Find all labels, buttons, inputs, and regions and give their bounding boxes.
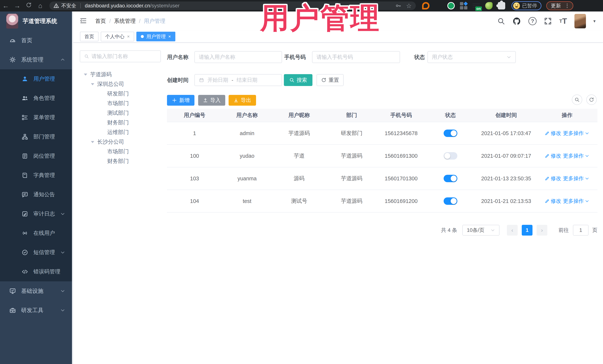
browser-profile-chip[interactable]: 已暂停 (511, 1, 541, 10)
back-icon[interactable]: ← (0, 2, 12, 10)
sidebar-item-role-mgmt[interactable]: 角色管理 (0, 88, 73, 108)
chevron-down-icon (60, 250, 65, 255)
extension-leaf-icon[interactable] (485, 2, 493, 10)
close-icon[interactable]: × (127, 34, 130, 39)
page-size-select[interactable]: 10条/页 (462, 225, 499, 236)
status-toggle[interactable] (444, 175, 457, 182)
tree-node-dept[interactable]: 运维部门 (80, 128, 162, 137)
sidebar-item-dept-mgmt[interactable]: 部门管理 (0, 127, 73, 146)
add-button[interactable]: 新增 (167, 95, 195, 106)
caret-down-icon[interactable] (84, 74, 87, 77)
sidebar-item-home[interactable]: 首页 (0, 31, 73, 50)
import-button[interactable]: 导入 (198, 95, 225, 106)
edit-link[interactable]: 修改 (545, 175, 561, 182)
tab-home[interactable]: 首页 (80, 32, 99, 41)
tree-node-dept[interactable]: 财务部门 (80, 118, 162, 128)
hamburger-icon[interactable] (79, 17, 87, 25)
reload-icon[interactable] (23, 2, 35, 10)
avatar[interactable] (574, 14, 586, 28)
update-label: 更新 (551, 2, 561, 9)
sidebar-item-online-users[interactable]: 在线用户 (0, 223, 73, 243)
tags-view-bar: 首页 个人中心× 用户管理× (73, 31, 603, 43)
sidebar-logo[interactable]: 芋道管理系统 (0, 11, 73, 31)
sidebar-item-user-mgmt[interactable]: 用户管理 (0, 69, 73, 88)
extension-green-icon[interactable] (447, 2, 455, 10)
more-actions-link[interactable]: 更多操作 (563, 152, 589, 159)
extension-grid-icon[interactable] (460, 2, 467, 10)
edit-link[interactable]: 修改 (545, 152, 561, 159)
refresh-table-button[interactable] (586, 95, 597, 105)
mobile-input[interactable] (316, 54, 395, 60)
breadcrumb-system[interactable]: 系统管理 (114, 17, 136, 25)
browser-menu-icon[interactable]: ⋮ (565, 4, 570, 7)
username-input[interactable] (199, 54, 278, 60)
dashboard-icon (9, 37, 16, 44)
reset-button[interactable]: 重置 (316, 74, 344, 86)
security-chip[interactable]: 不安全 (53, 2, 76, 9)
edit-link[interactable]: 修改 (545, 130, 561, 137)
search-icon (84, 54, 89, 59)
extension-ublock-icon[interactable] (422, 2, 429, 10)
more-actions-link[interactable]: 更多操作 (563, 175, 589, 182)
edit-link[interactable]: 修改 (545, 198, 561, 205)
tree-node-root[interactable]: 芋道源码 (80, 70, 162, 79)
font-size-icon[interactable]: TT (559, 17, 567, 26)
page-1-button[interactable]: 1 (522, 225, 533, 236)
prev-page-button[interactable]: ‹ (507, 225, 518, 236)
caret-down-icon[interactable] (91, 141, 94, 145)
sidebar-item-menu-mgmt[interactable]: 菜单管理 (0, 108, 73, 127)
extension-tasks-icon[interactable]: on (473, 2, 480, 10)
more-actions-link[interactable]: 更多操作 (563, 198, 589, 205)
tree-node-company[interactable]: 长沙分公司 (80, 137, 162, 147)
status-select[interactable]: 用户状态 (428, 51, 516, 63)
search-button[interactable]: 搜索 (284, 74, 313, 86)
extension-gem-icon[interactable] (435, 2, 442, 10)
date-range-picker[interactable]: 开始日期 - 结束日期 (195, 74, 282, 86)
sidebar-item-system[interactable]: 系统管理 (0, 50, 73, 69)
tree-node-dept[interactable]: 市场部门 (80, 99, 162, 108)
more-actions-link[interactable]: 更多操作 (563, 130, 589, 137)
sidebar-item-sms-mgmt[interactable]: 短信管理 (0, 243, 73, 262)
extensions-puzzle-icon[interactable] (498, 2, 505, 10)
breadcrumb-home[interactable]: 首页 (95, 17, 106, 25)
sidebar-item-notice[interactable]: 通知公告 (0, 185, 73, 204)
close-icon[interactable]: × (168, 34, 171, 39)
tree-node-dept[interactable]: 研发部门 (80, 89, 162, 99)
header-search-icon[interactable] (497, 17, 505, 25)
caret-down-icon[interactable] (91, 83, 94, 87)
status-toggle[interactable] (444, 130, 457, 137)
sidebar-item-infrastructure[interactable]: 基础设施 (0, 281, 73, 301)
sidebar-item-audit-log[interactable]: 审计日志 (0, 204, 73, 223)
browser-update-button[interactable]: 更新 ⋮ (546, 1, 573, 10)
tab-user-mgmt[interactable]: 用户管理× (136, 32, 175, 41)
sidebar-item-dict-mgmt[interactable]: 字典管理 (0, 166, 73, 185)
tree-node-dept[interactable]: 市场部门 (80, 147, 162, 156)
status-toggle[interactable] (444, 152, 457, 160)
home-icon[interactable]: ⌂ (35, 2, 46, 10)
tree-node-company[interactable]: 深圳总公司 (80, 79, 162, 89)
next-page-button[interactable]: › (537, 225, 547, 236)
fullscreen-icon[interactable] (544, 17, 552, 25)
password-key-icon[interactable] (395, 3, 401, 9)
gear-icon (9, 56, 16, 63)
tree-node-dept[interactable]: 财务部门 (80, 156, 162, 166)
sidebar-item-dev-tools[interactable]: 研发工具 (0, 301, 73, 320)
tab-profile[interactable]: 个人中心× (101, 32, 134, 41)
help-icon[interactable]: ? (528, 17, 537, 25)
url-host: dashboard.yudao.iocoder.cn (85, 3, 150, 9)
sidebar-item-error-code[interactable]: 错误码管理 (0, 262, 73, 281)
goto-page-input[interactable] (573, 225, 589, 236)
toggle-search-button[interactable] (572, 95, 582, 105)
tree-node-dept[interactable]: 测试部门 (80, 108, 162, 118)
status-toggle[interactable] (444, 197, 457, 205)
sidebar-item-post-mgmt[interactable]: 岗位管理 (0, 146, 73, 166)
github-icon[interactable] (512, 17, 521, 25)
export-button[interactable]: 导出 (229, 95, 256, 106)
dept-search-input[interactable] (92, 53, 156, 59)
forward-icon[interactable]: → (12, 2, 23, 10)
active-dot (141, 35, 144, 38)
shield-check-icon (22, 249, 28, 256)
address-bar[interactable]: 不安全 dashboard.yudao.iocoder.cn/system/us… (49, 1, 416, 10)
bookmark-star-icon[interactable]: ☆ (406, 2, 412, 10)
avatar-caret-icon[interactable]: ▾ (593, 19, 596, 24)
